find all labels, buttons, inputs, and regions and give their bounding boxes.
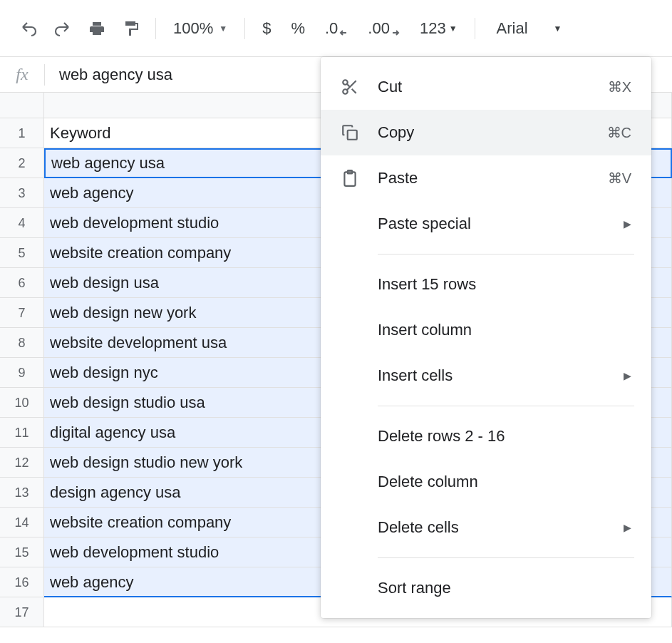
select-all-corner[interactable]: [0, 93, 44, 118]
more-formats-button[interactable]: 123 ▼: [413, 14, 465, 43]
font-family-dropdown[interactable]: Arial ▼: [485, 19, 574, 38]
separator: [155, 18, 156, 39]
separator: [244, 18, 245, 39]
ctx-delete-column[interactable]: Delete column: [321, 459, 651, 505]
zoom-dropdown[interactable]: 100% ▼: [166, 19, 234, 38]
ctx-copy[interactable]: Copy ⌘C: [321, 110, 651, 155]
svg-point-1: [343, 89, 348, 94]
row-header[interactable]: 5: [0, 238, 44, 268]
separator: [378, 406, 634, 406]
separator: [378, 254, 634, 254]
row-header[interactable]: 13: [0, 478, 44, 508]
row-header[interactable]: 7: [0, 298, 44, 328]
chevron-right-icon: ▶: [624, 522, 631, 533]
row-header[interactable]: 2: [0, 148, 44, 178]
shortcut: ⌘X: [608, 78, 631, 96]
scissors-icon: [341, 78, 378, 96]
ctx-delete-cells[interactable]: Delete cells ▶: [321, 505, 651, 550]
context-menu: Cut ⌘X Copy ⌘C Paste ⌘V Paste special ▶ …: [321, 57, 651, 618]
fx-label: fx: [0, 65, 44, 84]
paint-format-button[interactable]: [117, 14, 145, 43]
svg-line-3: [352, 89, 356, 93]
separator: [378, 557, 634, 558]
shortcut: ⌘V: [608, 170, 631, 187]
ctx-paste[interactable]: Paste ⌘V: [321, 155, 651, 201]
separator: [475, 18, 475, 39]
chevron-down-icon: ▼: [219, 24, 227, 34]
clipboard-icon: [341, 169, 378, 187]
increase-decimal-button[interactable]: .00: [361, 14, 407, 43]
ctx-insert-column[interactable]: Insert column: [321, 307, 651, 353]
chevron-down-icon: ▼: [449, 24, 458, 34]
ctx-cut[interactable]: Cut ⌘X: [321, 64, 651, 110]
zoom-value: 100%: [173, 19, 213, 38]
format-currency-button[interactable]: $: [255, 14, 278, 43]
chevron-down-icon: ▼: [554, 24, 562, 34]
row-header[interactable]: 4: [0, 208, 44, 238]
row-header[interactable]: 11: [0, 418, 44, 448]
toolbar: 100% ▼ $ % .0 .00 123 ▼ Arial ▼: [0, 0, 672, 57]
decrease-decimal-button[interactable]: .0: [318, 14, 355, 43]
row-header[interactable]: 12: [0, 448, 44, 478]
row-headers: 1234567891011121314151617: [0, 118, 44, 627]
ctx-delete-rows[interactable]: Delete rows 2 - 16: [321, 413, 651, 459]
row-header[interactable]: 1: [0, 118, 44, 148]
row-header[interactable]: 6: [0, 268, 44, 298]
copy-icon: [341, 123, 378, 142]
redo-button[interactable]: [48, 14, 77, 43]
row-header[interactable]: 15: [0, 537, 44, 567]
font-name: Arial: [497, 19, 528, 38]
shortcut: ⌘C: [607, 124, 631, 141]
ctx-insert-rows[interactable]: Insert 15 rows: [321, 262, 651, 307]
ctx-insert-cells[interactable]: Insert cells ▶: [321, 353, 651, 398]
chevron-right-icon: ▶: [624, 218, 631, 230]
row-header[interactable]: 16: [0, 567, 44, 597]
row-header[interactable]: 8: [0, 328, 44, 358]
row-header[interactable]: 14: [0, 508, 44, 537]
ctx-paste-special[interactable]: Paste special ▶: [321, 201, 651, 247]
row-header[interactable]: 10: [0, 388, 44, 418]
ctx-sort-range[interactable]: Sort range: [321, 565, 651, 611]
svg-line-4: [347, 84, 350, 87]
row-header[interactable]: 17: [0, 597, 44, 627]
undo-button[interactable]: [14, 14, 43, 43]
row-header[interactable]: 3: [0, 178, 44, 208]
print-button[interactable]: [83, 14, 111, 43]
svg-point-0: [343, 80, 348, 85]
format-percent-button[interactable]: %: [284, 14, 312, 43]
row-header[interactable]: 9: [0, 358, 44, 388]
svg-rect-5: [348, 130, 357, 140]
chevron-right-icon: ▶: [624, 370, 631, 381]
